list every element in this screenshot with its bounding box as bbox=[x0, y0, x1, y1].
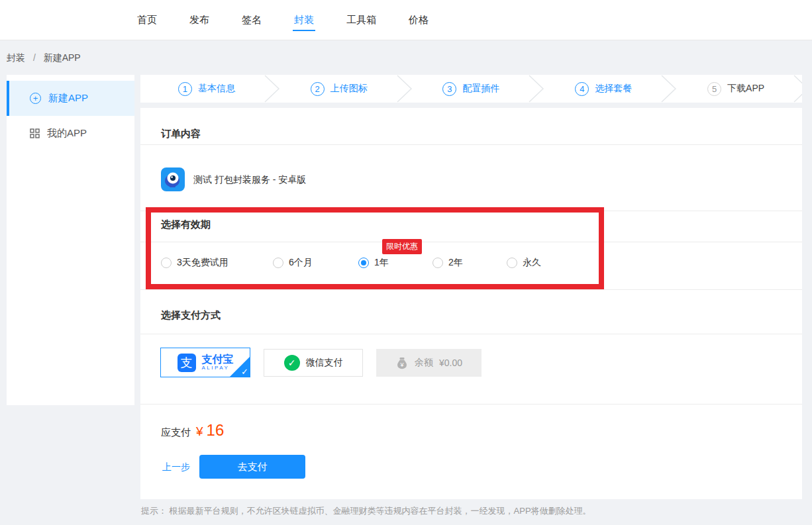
breadcrumb: 封装 / 新建APP bbox=[7, 52, 81, 64]
payment-method-balance[interactable]: ¥ 余额 ¥0.00 bbox=[376, 349, 482, 377]
app-icon bbox=[161, 167, 185, 191]
order-panel: 订单内容 测试 打包封装服务 - 安卓版 选择有效期 限时优惠 3天免费试用 6… bbox=[140, 108, 802, 499]
alipay-wordmark: 支付宝 ALIPAY bbox=[202, 354, 234, 371]
nav-item-home[interactable]: 首页 bbox=[137, 0, 157, 40]
step-label: 上传图标 bbox=[330, 83, 368, 95]
step-choose-plan: 4 选择套餐 bbox=[537, 75, 670, 103]
order-content-title: 订单内容 bbox=[161, 128, 201, 140]
previous-step-link[interactable]: 上一步 bbox=[162, 461, 190, 473]
payment-method-alipay[interactable]: 支 支付宝 ALIPAY ✓ bbox=[160, 348, 250, 377]
svg-text:¥: ¥ bbox=[399, 361, 404, 368]
radio-icon-selected[interactable] bbox=[358, 258, 369, 268]
radio-label: 2年 bbox=[448, 257, 463, 269]
step-number: 4 bbox=[575, 82, 589, 96]
promo-badge: 限时优惠 bbox=[382, 239, 422, 254]
radio-icon[interactable] bbox=[273, 258, 283, 268]
grid-icon bbox=[30, 128, 40, 138]
payment-title: 选择支付方式 bbox=[161, 309, 221, 322]
validity-option-3day-trial[interactable]: 3天免费试用 bbox=[161, 257, 228, 269]
balance-amount: ¥0.00 bbox=[439, 358, 462, 368]
nav-item-pricing[interactable]: 价格 bbox=[409, 0, 429, 40]
radio-label: 6个月 bbox=[289, 257, 313, 269]
main-nav: 首页 发布 签名 封装 工具箱 价格 bbox=[137, 0, 429, 40]
divider bbox=[140, 289, 802, 290]
sidebar-item-new-app[interactable]: + 新建APP bbox=[7, 81, 134, 116]
go-pay-button[interactable]: 去支付 bbox=[199, 455, 305, 479]
step-label: 选择套餐 bbox=[595, 83, 632, 95]
validity-option-6month[interactable]: 6个月 bbox=[273, 257, 313, 269]
step-number: 5 bbox=[707, 82, 721, 96]
payment-method-wechat[interactable]: ✓ 微信支付 bbox=[264, 349, 363, 377]
currency-symbol: ¥ bbox=[196, 424, 203, 439]
wechat-pay-icon: ✓ bbox=[284, 355, 300, 371]
step-upload-icon: 2 上传图标 bbox=[273, 75, 405, 103]
check-icon: ✓ bbox=[241, 367, 248, 377]
radio-label: 永久 bbox=[523, 257, 541, 269]
sidebar-item-label: 新建APP bbox=[48, 92, 88, 105]
breadcrumb-current: 新建APP bbox=[44, 52, 81, 63]
alipay-logo-icon: 支 bbox=[178, 354, 196, 372]
validity-option-2year[interactable]: 2年 bbox=[432, 257, 463, 269]
validity-option-forever[interactable]: 永久 bbox=[507, 257, 541, 269]
step-number: 3 bbox=[442, 82, 456, 96]
step-arrow-icon bbox=[793, 75, 802, 103]
step-label: 下载APP bbox=[727, 83, 764, 95]
summary-label: 应支付 bbox=[161, 426, 191, 439]
step-label: 基本信息 bbox=[198, 83, 235, 95]
step-label: 配置插件 bbox=[462, 83, 499, 95]
step-number: 1 bbox=[178, 82, 192, 96]
divider bbox=[140, 242, 802, 242]
step-number: 2 bbox=[311, 82, 325, 96]
step-basic-info: 1 基本信息 bbox=[140, 75, 273, 103]
money-bag-icon: ¥ bbox=[395, 356, 409, 369]
divider bbox=[140, 211, 802, 211]
nav-item-sign[interactable]: 签名 bbox=[242, 0, 262, 40]
sidebar: + 新建APP 我的APP bbox=[7, 75, 134, 405]
footer-note: 提示： 根据最新平台规则，不允许区块链虚拟币、金融理财类等违规内容在平台封装，一… bbox=[141, 505, 591, 517]
plus-circle-icon: + bbox=[30, 93, 41, 104]
radio-label: 1年 bbox=[374, 257, 389, 269]
step-wizard: 1 基本信息 2 上传图标 3 配置插件 4 选择套餐 5 下载APP bbox=[140, 75, 802, 103]
top-bar: 首页 发布 签名 封装 工具箱 价格 bbox=[0, 0, 812, 40]
nav-item-publish[interactable]: 发布 bbox=[189, 0, 209, 40]
radio-label: 3天免费试用 bbox=[177, 257, 228, 269]
divider bbox=[140, 334, 802, 334]
divider bbox=[140, 404, 802, 405]
amount-due: 16 bbox=[207, 421, 225, 440]
step-config-plugins: 3 配置插件 bbox=[405, 75, 538, 103]
step-download-app: 5 下载APP bbox=[670, 75, 802, 103]
nav-item-package[interactable]: 封装 bbox=[294, 0, 314, 40]
nav-item-toolbox[interactable]: 工具箱 bbox=[346, 0, 376, 40]
sidebar-item-label: 我的APP bbox=[47, 127, 87, 140]
radio-icon[interactable] bbox=[161, 258, 172, 268]
divider bbox=[140, 144, 802, 145]
app-name: 测试 打包封装服务 - 安卓版 bbox=[193, 174, 306, 186]
sidebar-item-my-apps[interactable]: 我的APP bbox=[7, 116, 134, 151]
radio-icon[interactable] bbox=[507, 258, 517, 268]
breadcrumb-parent[interactable]: 封装 bbox=[7, 52, 25, 63]
breadcrumb-separator: / bbox=[33, 52, 36, 63]
validity-option-1year[interactable]: 1年 bbox=[358, 257, 389, 269]
payment-summary: 应支付 ¥ 16 bbox=[161, 421, 224, 440]
validity-title: 选择有效期 bbox=[161, 218, 211, 231]
radio-icon[interactable] bbox=[432, 258, 443, 268]
